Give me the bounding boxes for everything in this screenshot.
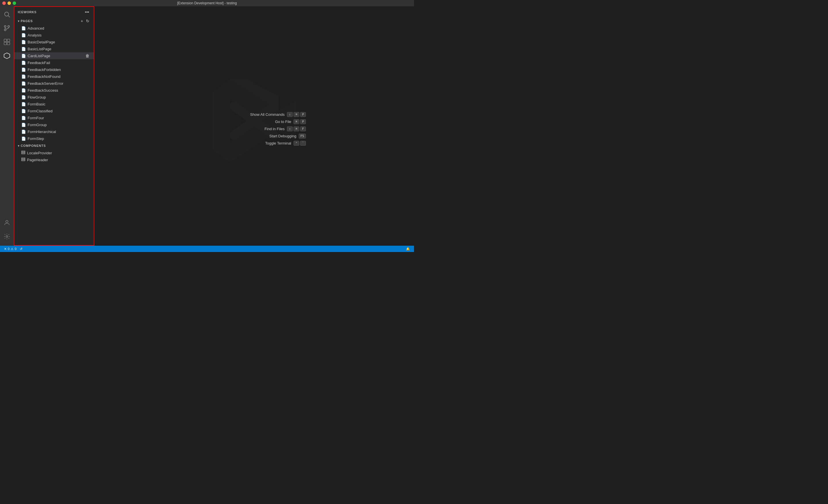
page-item-cardlistpage[interactable]: 📄 CardListPage 🗑 [14,52,94,59]
page-label-feedbackforbidden: FeedbackForbidden [28,67,90,72]
page-item-basiclistpage[interactable]: 📄 BasicListPage [14,45,94,52]
file-icon: 📄 [21,123,26,127]
file-icon: 📄 [21,81,26,86]
page-label-feedbackfail: FeedbackFail [28,61,90,65]
svg-marker-10 [4,53,10,59]
status-bar: ✕ 0 ⚠ 0 ↺ 🔔 [0,246,414,252]
svg-rect-14 [22,153,25,154]
component-item-pageheader[interactable]: PageHeader [14,156,94,163]
components-section-label: COMPONENTS [21,144,46,147]
pages-section-header[interactable]: ▾ PAGES + ↻ [14,17,94,25]
page-item-formclassified[interactable]: 📄 FormClassified [14,107,94,114]
page-label-formbasic: FormBasic [28,102,90,106]
page-label-formfour: FormFour [28,116,90,120]
component-label-pageheader: PageHeader [27,158,90,162]
svg-rect-7 [7,39,10,42]
file-icon: 📄 [21,109,26,113]
pages-add-button[interactable]: + [80,18,84,24]
svg-rect-16 [22,159,25,160]
warning-count: 0 [15,247,16,250]
source-control-activity-icon[interactable] [0,21,14,35]
shortcut-keys-find-in-files: ⇧ ⌘ F [287,127,306,131]
page-label-analysis: Analysis [28,33,90,37]
account-activity-icon[interactable] [0,216,14,230]
title-bar: [Extension Development Host] - testing [0,0,414,6]
close-button[interactable] [2,1,6,5]
search-activity-icon[interactable] [0,7,14,21]
file-icon: 📄 [21,116,26,120]
main-layout: ICEWORKS ••• ▾ PAGES + ↻ 📄 Advanced � [0,6,414,246]
page-label-basicdetailpage: BasicDetailPage [28,40,90,44]
page-label-feedbackservererror: FeedbackServerError [28,81,90,86]
shortcut-keys-toggle-terminal: ⌃ ` [294,141,306,146]
shortcut-label-find-in-files: Find in Files [247,127,285,131]
page-item-feedbackforbidden[interactable]: 📄 FeedbackForbidden [14,66,94,73]
key-cmd: ⌘ [294,112,299,117]
extensions-activity-icon[interactable] [0,35,14,49]
svg-rect-6 [4,39,7,42]
shortcut-row-start-debugging: Start Debugging F5 [202,134,306,138]
components-section-header[interactable]: ▾ COMPONENTS [14,142,94,149]
pages-section-actions: + ↻ [80,18,90,24]
page-item-feedbacknotfound[interactable]: 📄 FeedbackNotFound [14,73,94,80]
status-bell[interactable]: 🔔 [404,247,412,251]
page-item-formbasic[interactable]: 📄 FormBasic [14,101,94,107]
file-icon: 📄 [21,61,26,65]
page-label-advanced: Advanced [28,26,90,31]
key-cmd: ⌘ [294,119,299,124]
shortcuts-container: Show All Commands ⇧ ⌘ P Go to File ⌘ P F… [202,112,306,146]
svg-point-2 [4,26,6,27]
page-item-formstep[interactable]: 📄 FormStep [14,135,94,142]
svg-rect-15 [22,151,25,152]
page-item-feedbackservererror[interactable]: 📄 FeedbackServerError [14,80,94,87]
shortcut-label-go-to-file: Go to File [254,120,291,124]
page-item-analysis[interactable]: 📄 Analysis [14,32,94,39]
minimize-button[interactable] [7,1,11,5]
page-label-formhierarchical: FormHierarchical [28,130,90,134]
svg-rect-17 [22,160,25,161]
pages-chevron: ▾ [18,19,19,23]
svg-point-11 [6,220,8,223]
window-title: [Extension Development Host] - testing [177,1,237,5]
page-item-feedbackfail[interactable]: 📄 FeedbackFail [14,59,94,66]
shortcut-row-show-all-commands: Show All Commands ⇧ ⌘ P [202,112,306,117]
page-item-formgroup[interactable]: 📄 FormGroup [14,121,94,128]
status-errors[interactable]: ✕ 0 ⚠ 0 [2,247,18,251]
page-label-feedbacksuccess: FeedbackSuccess [28,88,90,93]
svg-rect-18 [22,158,25,158]
page-item-formfour[interactable]: 📄 FormFour [14,114,94,121]
error-count: 0 [8,247,9,250]
page-item-basicdetailpage[interactable]: 📄 BasicDetailPage [14,39,94,45]
page-label-basiclistpage: BasicListPage [28,47,90,51]
activity-bar-bottom [0,216,14,246]
maximize-button[interactable] [13,1,16,5]
page-label-flowgroup: FlowGroup [28,95,90,99]
page-item-flowgroup[interactable]: 📄 FlowGroup [14,94,94,101]
iceworks-activity-icon[interactable] [0,49,14,63]
main-content: Show All Commands ⇧ ⌘ P Go to File ⌘ P F… [94,6,414,246]
svg-rect-8 [4,42,7,45]
file-icon: 📄 [21,47,26,51]
delete-button[interactable]: 🗑 [85,53,90,58]
page-item-formhierarchical[interactable]: 📄 FormHierarchical [14,128,94,135]
component-item-localeprovider[interactable]: LocaleProvider [14,149,94,156]
pages-refresh-button[interactable]: ↻ [85,18,90,24]
settings-activity-icon[interactable] [0,230,14,243]
panel-more-button[interactable]: ••• [84,9,90,15]
svg-point-12 [6,236,8,237]
page-item-advanced[interactable]: 📄 Advanced [14,25,94,32]
component-stack-icon [21,157,25,163]
status-history[interactable]: ↺ [18,247,24,251]
shortcut-row-find-in-files: Find in Files ⇧ ⌘ F [202,127,306,131]
shortcut-label-show-all-commands: Show All Commands [247,112,285,117]
page-label-feedbacknotfound: FeedbackNotFound [28,75,90,79]
file-icon: 📄 [21,33,26,37]
page-item-feedbacksuccess[interactable]: 📄 FeedbackSuccess [14,87,94,94]
panel-actions: ••• [84,9,90,15]
key-f: F [300,127,306,131]
file-icon: 📄 [21,26,26,31]
page-label-formclassified: FormClassified [28,109,90,113]
shortcut-keys-show-all-commands: ⇧ ⌘ P [287,112,306,117]
svg-point-3 [8,26,9,27]
tree-container[interactable]: ▾ PAGES + ↻ 📄 Advanced 📄 Analysis 📄 Basi… [14,17,94,245]
